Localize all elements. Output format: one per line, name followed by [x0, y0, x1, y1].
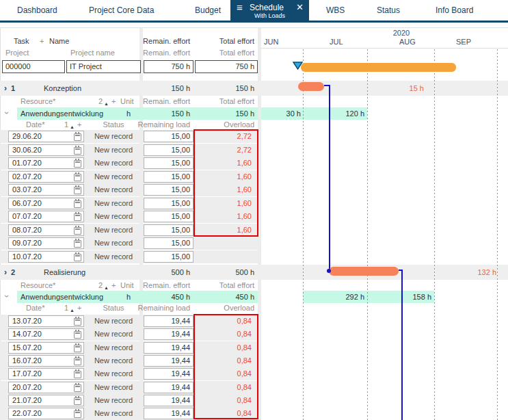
tab-dashboard[interactable]: Dashboard	[17, 0, 57, 21]
status-field[interactable]: New record	[85, 183, 142, 196]
calendar-icon[interactable]	[74, 187, 81, 194]
project-id-field[interactable]: 000000	[2, 60, 65, 73]
date-field[interactable]: 07.07.20	[8, 211, 84, 222]
remaining-load-field[interactable]: 19,44	[144, 368, 193, 380]
status-field[interactable]: New record	[85, 157, 142, 170]
tab-status[interactable]: Status	[377, 0, 400, 21]
calendar-icon[interactable]	[74, 384, 81, 392]
project-summary-bar[interactable]	[301, 63, 456, 72]
status-field[interactable]: New record	[85, 144, 142, 157]
sort-order-number[interactable]: 2	[98, 96, 103, 107]
calendar-icon[interactable]	[74, 331, 81, 339]
remaining-load-field[interactable]: 15,00	[144, 211, 193, 222]
calendar-icon[interactable]	[74, 213, 81, 221]
calendar-icon[interactable]	[74, 227, 81, 235]
sort-order-number[interactable]: 1	[64, 303, 68, 313]
date-field[interactable]: 01.07.20	[8, 157, 84, 169]
expand-task-icon[interactable]: ›	[4, 81, 7, 96]
remaining-load-field[interactable]: 15,00	[144, 131, 193, 142]
tab-schedule[interactable]: ≡ Schedule ✕ With Loads	[230, 0, 309, 23]
remaining-load-field[interactable]: 15,00	[144, 251, 193, 263]
add-date-icon[interactable]: +	[77, 303, 81, 313]
calendar-icon[interactable]	[74, 358, 81, 365]
col-header-total[interactable]: Total effort	[186, 36, 254, 47]
date-field[interactable]: 17.07.20	[8, 368, 84, 380]
calendar-icon[interactable]	[74, 318, 81, 326]
status-field[interactable]: New record	[85, 367, 142, 380]
project-remain-field[interactable]: 750 h	[144, 60, 193, 73]
status-field[interactable]: New record	[85, 354, 142, 367]
calendar-icon[interactable]	[74, 254, 81, 261]
date-field[interactable]: 09.07.20	[8, 237, 84, 249]
remaining-load-field[interactable]: 15,00	[144, 237, 193, 249]
status-field[interactable]: New record	[85, 315, 142, 328]
remaining-load-field[interactable]: 19,44	[144, 355, 193, 367]
calendar-icon[interactable]	[74, 160, 81, 168]
add-resource-icon[interactable]: +	[111, 96, 116, 107]
remaining-load-field[interactable]: 19,44	[144, 395, 193, 406]
date-field[interactable]: 14.07.20	[8, 328, 84, 340]
date-field[interactable]: 08.07.20	[8, 224, 84, 236]
tab-budget[interactable]: Budget	[195, 0, 221, 21]
add-column-icon[interactable]: +	[40, 36, 44, 47]
status-field[interactable]: New record	[85, 381, 142, 394]
calendar-icon[interactable]	[74, 147, 81, 155]
status-field[interactable]: New record	[85, 250, 142, 263]
remaining-load-field[interactable]: 19,44	[144, 408, 193, 419]
date-field[interactable]: 16.07.20	[8, 355, 84, 367]
task-row[interactable]: › 1 Konzeption 150 h 150 h	[0, 81, 508, 96]
remaining-load-field[interactable]: 15,00	[144, 184, 193, 196]
calendar-icon[interactable]	[74, 174, 81, 181]
calendar-icon[interactable]	[74, 240, 81, 248]
calendar-icon[interactable]	[74, 133, 81, 141]
sort-asc-icon[interactable]: ▲	[70, 305, 75, 315]
calendar-icon[interactable]	[74, 410, 81, 418]
date-field[interactable]: 06.07.20	[8, 198, 84, 209]
status-field[interactable]: New record	[85, 210, 142, 223]
date-field[interactable]: 29.06.20	[8, 131, 84, 142]
date-field[interactable]: 13.07.20	[8, 315, 84, 327]
remaining-load-field[interactable]: 19,44	[144, 382, 193, 393]
sort-order-number[interactable]: 2	[98, 280, 103, 291]
date-field[interactable]: 10.07.20	[8, 251, 84, 263]
project-name-field[interactable]: IT Project	[66, 60, 141, 73]
task-row[interactable]: › 2 Realisierung 500 h 500 h	[0, 265, 508, 280]
add-date-icon[interactable]: +	[77, 120, 81, 130]
status-field[interactable]: New record	[85, 130, 142, 143]
tab-wbs[interactable]: WBS	[326, 0, 345, 21]
col-header-remain[interactable]: Remain. effort	[122, 36, 190, 47]
status-field[interactable]: New record	[85, 170, 142, 183]
calendar-icon[interactable]	[74, 371, 81, 378]
status-field[interactable]: New record	[85, 328, 142, 341]
date-field[interactable]: 21.07.20	[8, 395, 84, 406]
remaining-load-field[interactable]: 15,00	[144, 144, 193, 156]
status-field[interactable]: New record	[85, 237, 142, 250]
remaining-load-field[interactable]: 19,44	[144, 315, 193, 327]
col-header-task[interactable]: Task	[14, 36, 29, 47]
status-field[interactable]: New record	[85, 407, 142, 420]
remaining-load-field[interactable]: 19,44	[144, 342, 193, 354]
tab-project-core-data[interactable]: Project Core Data	[89, 0, 154, 21]
sort-order-number[interactable]: 1	[64, 120, 68, 130]
task2-bar[interactable]	[329, 267, 399, 276]
remaining-load-field[interactable]: 15,00	[144, 224, 193, 236]
add-resource-icon[interactable]: +	[111, 280, 116, 291]
remaining-load-field[interactable]: 19,44	[144, 328, 193, 340]
collapse-resource-icon[interactable]: ›	[2, 295, 12, 298]
status-field[interactable]: New record	[85, 224, 142, 237]
date-field[interactable]: 30.06.20	[8, 144, 84, 156]
calendar-icon[interactable]	[74, 200, 81, 208]
col-header-name[interactable]: Name	[49, 36, 69, 47]
remaining-load-field[interactable]: 15,00	[144, 198, 193, 209]
project-total-field[interactable]: 750 h	[195, 60, 258, 73]
status-field[interactable]: New record	[85, 394, 142, 407]
calendar-icon[interactable]	[74, 397, 81, 405]
remaining-load-field[interactable]: 15,00	[144, 171, 193, 183]
expand-task-icon[interactable]: ›	[4, 265, 7, 280]
date-field[interactable]: 02.07.20	[8, 171, 84, 183]
task1-bar[interactable]	[298, 82, 324, 91]
calendar-icon[interactable]	[74, 345, 81, 352]
date-field[interactable]: 20.07.20	[8, 382, 84, 393]
status-field[interactable]: New record	[85, 341, 142, 354]
date-field[interactable]: 22.07.20	[8, 408, 84, 419]
